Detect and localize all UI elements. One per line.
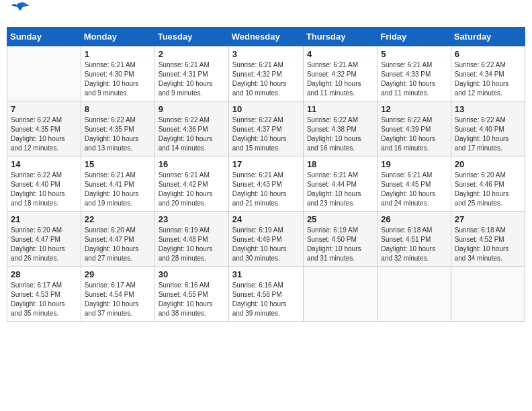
day-info: Sunrise: 6:18 AM Sunset: 4:52 PM Dayligh… [455,226,521,263]
day-info: Sunrise: 6:17 AM Sunset: 4:53 PM Dayligh… [11,281,77,318]
calendar-cell: 15Sunrise: 6:21 AM Sunset: 4:41 PM Dayli… [81,156,154,212]
day-info: Sunrise: 6:21 AM Sunset: 4:32 PM Dayligh… [307,60,373,98]
day-info: Sunrise: 6:19 AM Sunset: 4:49 PM Dayligh… [232,226,300,263]
day-info: Sunrise: 6:22 AM Sunset: 4:34 PM Dayligh… [455,60,521,98]
day-number: 14 [11,159,77,169]
day-number: 31 [232,269,300,279]
calendar-cell: 12Sunrise: 6:22 AM Sunset: 4:39 PM Dayli… [378,101,451,156]
day-number: 30 [159,269,225,279]
day-number: 27 [455,214,521,224]
calendar-cell: 31Sunrise: 6:16 AM Sunset: 4:56 PM Dayli… [228,267,303,322]
calendar-week-row: 7Sunrise: 6:22 AM Sunset: 4:35 PM Daylig… [7,101,525,156]
day-info: Sunrise: 6:19 AM Sunset: 4:50 PM Dayligh… [307,226,373,263]
day-number: 17 [232,159,300,169]
day-info: Sunrise: 6:21 AM Sunset: 4:41 PM Dayligh… [85,171,151,208]
day-info: Sunrise: 6:21 AM Sunset: 4:42 PM Dayligh… [159,171,225,208]
calendar-week-row: 14Sunrise: 6:22 AM Sunset: 4:40 PM Dayli… [7,156,525,212]
day-info: Sunrise: 6:21 AM Sunset: 4:44 PM Dayligh… [307,171,373,208]
calendar-cell: 20Sunrise: 6:20 AM Sunset: 4:46 PM Dayli… [451,156,525,212]
day-info: Sunrise: 6:20 AM Sunset: 4:47 PM Dayligh… [11,226,77,263]
day-number: 10 [232,104,300,114]
calendar-cell: 19Sunrise: 6:21 AM Sunset: 4:45 PM Dayli… [378,156,451,212]
day-number: 16 [159,159,225,169]
day-number: 9 [159,104,225,114]
weekday-header-row: SundayMondayTuesdayWednesdayThursdayFrid… [7,28,525,46]
day-info: Sunrise: 6:22 AM Sunset: 4:36 PM Dayligh… [159,116,225,153]
weekday-header-saturday: Saturday [451,28,525,46]
day-info: Sunrise: 6:21 AM Sunset: 4:32 PM Dayligh… [232,60,300,98]
day-number: 12 [381,104,447,114]
calendar-cell: 5Sunrise: 6:21 AM Sunset: 4:33 PM Daylig… [378,46,451,101]
calendar-cell: 7Sunrise: 6:22 AM Sunset: 4:35 PM Daylig… [7,101,81,156]
day-number: 22 [85,214,151,224]
day-number: 1 [85,49,151,59]
calendar-cell: 21Sunrise: 6:20 AM Sunset: 4:47 PM Dayli… [7,212,81,267]
calendar-cell: 29Sunrise: 6:17 AM Sunset: 4:54 PM Dayli… [81,267,154,322]
day-info: Sunrise: 6:21 AM Sunset: 4:33 PM Dayligh… [381,60,447,98]
day-number: 6 [455,49,521,59]
logo-bird-icon [11,1,30,16]
calendar-cell [7,46,81,101]
page-header [7,7,525,23]
day-number: 11 [307,104,373,114]
weekday-header-monday: Monday [81,28,154,46]
calendar-cell: 9Sunrise: 6:22 AM Sunset: 4:36 PM Daylig… [154,101,228,156]
calendar-cell: 13Sunrise: 6:22 AM Sunset: 4:40 PM Dayli… [451,101,525,156]
day-number: 29 [85,269,151,279]
day-number: 21 [11,214,77,224]
day-info: Sunrise: 6:22 AM Sunset: 4:35 PM Dayligh… [11,116,77,153]
calendar-cell: 25Sunrise: 6:19 AM Sunset: 4:50 PM Dayli… [303,212,377,267]
weekday-header-tuesday: Tuesday [154,28,228,46]
calendar-cell [303,267,377,322]
day-info: Sunrise: 6:21 AM Sunset: 4:31 PM Dayligh… [159,60,225,98]
calendar-cell: 28Sunrise: 6:17 AM Sunset: 4:53 PM Dayli… [7,267,81,322]
weekday-header-wednesday: Wednesday [228,28,303,46]
calendar-cell: 27Sunrise: 6:18 AM Sunset: 4:52 PM Dayli… [451,212,525,267]
calendar-cell: 8Sunrise: 6:22 AM Sunset: 4:35 PM Daylig… [81,101,154,156]
weekday-header-thursday: Thursday [303,28,377,46]
calendar-cell: 30Sunrise: 6:16 AM Sunset: 4:55 PM Dayli… [154,267,228,322]
day-info: Sunrise: 6:20 AM Sunset: 4:47 PM Dayligh… [85,226,151,263]
day-info: Sunrise: 6:22 AM Sunset: 4:39 PM Dayligh… [381,116,447,153]
day-number: 19 [381,159,447,169]
day-number: 13 [455,104,521,114]
day-info: Sunrise: 6:22 AM Sunset: 4:35 PM Dayligh… [85,116,151,153]
day-info: Sunrise: 6:21 AM Sunset: 4:45 PM Dayligh… [381,171,447,208]
calendar-cell: 4Sunrise: 6:21 AM Sunset: 4:32 PM Daylig… [303,46,377,101]
day-info: Sunrise: 6:22 AM Sunset: 4:40 PM Dayligh… [455,116,521,153]
calendar-cell: 16Sunrise: 6:21 AM Sunset: 4:42 PM Dayli… [154,156,228,212]
day-info: Sunrise: 6:22 AM Sunset: 4:38 PM Dayligh… [307,116,373,153]
calendar-cell: 24Sunrise: 6:19 AM Sunset: 4:49 PM Dayli… [228,212,303,267]
day-number: 24 [232,214,300,224]
logo [9,7,30,23]
calendar-table: SundayMondayTuesdayWednesdayThursdayFrid… [7,27,525,322]
calendar-cell: 18Sunrise: 6:21 AM Sunset: 4:44 PM Dayli… [303,156,377,212]
day-number: 28 [11,269,77,279]
calendar-week-row: 1Sunrise: 6:21 AM Sunset: 4:30 PM Daylig… [7,46,525,101]
day-number: 7 [11,104,77,114]
calendar-cell: 11Sunrise: 6:22 AM Sunset: 4:38 PM Dayli… [303,101,377,156]
calendar-cell: 2Sunrise: 6:21 AM Sunset: 4:31 PM Daylig… [154,46,228,101]
day-number: 15 [85,159,151,169]
calendar-week-row: 21Sunrise: 6:20 AM Sunset: 4:47 PM Dayli… [7,212,525,267]
day-info: Sunrise: 6:21 AM Sunset: 4:43 PM Dayligh… [232,171,300,208]
day-info: Sunrise: 6:22 AM Sunset: 4:40 PM Dayligh… [11,171,77,208]
day-number: 25 [307,214,373,224]
calendar-cell: 10Sunrise: 6:22 AM Sunset: 4:37 PM Dayli… [228,101,303,156]
day-info: Sunrise: 6:16 AM Sunset: 4:56 PM Dayligh… [232,281,300,318]
day-number: 20 [455,159,521,169]
calendar-cell [378,267,451,322]
day-info: Sunrise: 6:22 AM Sunset: 4:37 PM Dayligh… [232,116,300,153]
weekday-header-sunday: Sunday [7,28,81,46]
day-number: 26 [381,214,447,224]
calendar-cell: 3Sunrise: 6:21 AM Sunset: 4:32 PM Daylig… [228,46,303,101]
day-info: Sunrise: 6:16 AM Sunset: 4:55 PM Dayligh… [159,281,225,318]
calendar-cell: 26Sunrise: 6:18 AM Sunset: 4:51 PM Dayli… [378,212,451,267]
day-number: 3 [232,49,300,59]
day-info: Sunrise: 6:17 AM Sunset: 4:54 PM Dayligh… [85,281,151,318]
calendar-cell: 1Sunrise: 6:21 AM Sunset: 4:30 PM Daylig… [81,46,154,101]
day-info: Sunrise: 6:19 AM Sunset: 4:48 PM Dayligh… [159,226,225,263]
calendar-cell [451,267,525,322]
calendar-cell: 14Sunrise: 6:22 AM Sunset: 4:40 PM Dayli… [7,156,81,212]
day-number: 2 [159,49,225,59]
